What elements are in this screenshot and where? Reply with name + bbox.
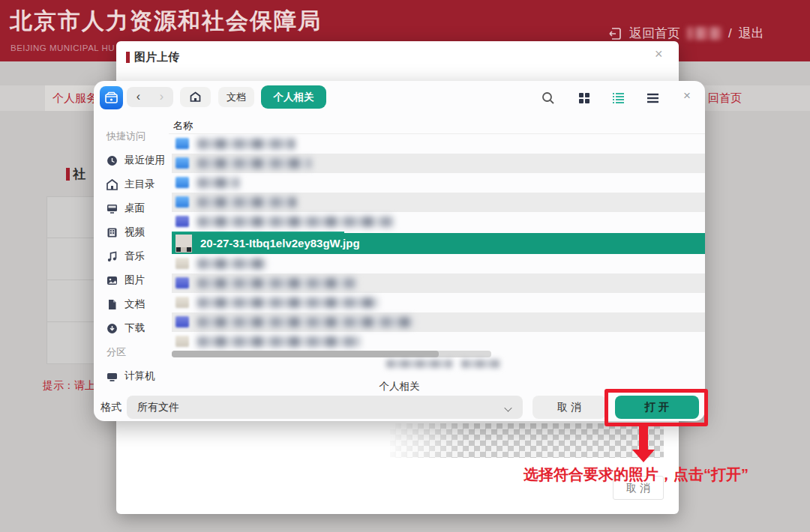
file-row-blurred[interactable] bbox=[172, 312, 705, 332]
return-home-link[interactable]: 返回首页 bbox=[629, 25, 680, 42]
file-icon bbox=[176, 336, 189, 347]
highlight-rectangle bbox=[604, 389, 708, 426]
file-manager-app-icon bbox=[100, 86, 123, 109]
sidebar-item-desktop[interactable]: 桌面 bbox=[106, 196, 171, 220]
blurred-text bbox=[461, 360, 500, 368]
file-icon bbox=[176, 316, 189, 327]
film-icon bbox=[106, 227, 118, 238]
format-select[interactable]: 所有文件 bbox=[127, 396, 523, 419]
file-row-selected[interactable]: 20-27-31-Itbq1elv2ey83gW.jpg bbox=[172, 233, 705, 254]
forward-button[interactable]: › bbox=[150, 87, 173, 107]
file-row-blurred[interactable] bbox=[172, 173, 705, 193]
search-icon[interactable] bbox=[541, 91, 556, 106]
compact-view-icon[interactable] bbox=[646, 92, 659, 104]
sidebar-item-recent[interactable]: 最近使用 bbox=[106, 148, 171, 172]
file-row-blurred[interactable] bbox=[172, 254, 705, 273]
image-icon bbox=[106, 275, 118, 286]
annotation-text: 选择符合要求的照片，点击“打开” bbox=[524, 465, 748, 485]
column-header-name[interactable]: 名称 bbox=[173, 119, 193, 133]
clock-icon bbox=[106, 155, 118, 166]
arrow-annotation bbox=[639, 426, 648, 450]
sidebar-item-downloads[interactable]: 下载 bbox=[106, 316, 171, 340]
sidebar-item-documents[interactable]: 文档 bbox=[106, 292, 171, 316]
close-icon[interactable]: × bbox=[655, 46, 663, 62]
grid-view-icon[interactable] bbox=[578, 92, 590, 104]
picker-sidebar: 快捷访问 最近使用 主目录 桌面 视频 音乐 bbox=[106, 124, 171, 388]
sidebar-item-videos[interactable]: 视频 bbox=[106, 220, 171, 244]
section-accent-bar bbox=[66, 168, 70, 181]
file-row-blurred[interactable] bbox=[172, 193, 705, 212]
file-row-blurred[interactable] bbox=[172, 293, 705, 312]
close-icon[interactable]: × bbox=[683, 88, 691, 103]
format-label: 格式 bbox=[100, 401, 122, 414]
file-row-blurred[interactable] bbox=[172, 134, 705, 154]
folder-icon bbox=[176, 177, 189, 188]
list-view-icon[interactable] bbox=[612, 92, 625, 104]
site-title: 北京市人力资源和社会保障局 bbox=[10, 6, 322, 37]
chevron-down-icon bbox=[505, 405, 512, 412]
breadcrumb-current-folder[interactable]: 个人相关 bbox=[261, 85, 326, 109]
home-button[interactable] bbox=[180, 87, 211, 107]
photo-thumbnail bbox=[176, 235, 192, 253]
music-note-icon bbox=[106, 251, 118, 262]
logout-link[interactable]: 退出 bbox=[739, 25, 764, 42]
home-icon bbox=[106, 179, 118, 190]
file-picker-dialog: ‹ › 文档 个人相关 × 名称 快捷访问 最近使用 bbox=[94, 81, 705, 421]
folder-icon bbox=[176, 138, 189, 149]
page-hint-text: 提示：请上 bbox=[43, 379, 95, 393]
page-section-title: 社 bbox=[66, 166, 86, 183]
nav-buttons: ‹ › bbox=[127, 87, 173, 107]
file-row-blurred[interactable] bbox=[172, 154, 705, 173]
sidebar-item-music[interactable]: 音乐 bbox=[106, 244, 171, 268]
desktop-icon bbox=[106, 203, 118, 214]
modal-accent-bar bbox=[126, 52, 130, 63]
sidebar-section-quick-access: 快捷访问 bbox=[106, 124, 171, 148]
document-icon bbox=[106, 299, 118, 310]
picker-cancel-button[interactable]: 取 消 bbox=[532, 396, 606, 419]
sidebar-section-partitions: 分区 bbox=[106, 340, 171, 364]
file-icon bbox=[176, 216, 189, 227]
file-row-blurred[interactable] bbox=[172, 273, 705, 293]
sidebar-item-pictures[interactable]: 图片 bbox=[106, 268, 171, 292]
separator: / bbox=[728, 26, 732, 41]
download-icon bbox=[106, 323, 118, 334]
file-icon bbox=[176, 277, 189, 288]
blurred-text bbox=[386, 360, 452, 368]
folder-icon bbox=[176, 157, 189, 169]
breadcrumb-documents[interactable]: 文档 bbox=[218, 87, 254, 107]
file-row-blurred[interactable] bbox=[172, 212, 705, 232]
arrow-head bbox=[632, 450, 655, 462]
back-button[interactable]: ‹ bbox=[127, 87, 150, 107]
home-page-link[interactable]: 回首页 bbox=[708, 85, 742, 111]
file-icon bbox=[176, 297, 189, 308]
username-blurred bbox=[687, 27, 722, 40]
folder-icon bbox=[176, 196, 189, 208]
file-icon bbox=[176, 258, 189, 269]
transparency-checker bbox=[390, 423, 664, 458]
site-subtitle: BEIJING MUNICIPAL HU bbox=[10, 43, 115, 52]
file-row-blurred[interactable] bbox=[172, 332, 705, 351]
home-icon bbox=[190, 91, 201, 103]
sidebar-item-home[interactable]: 主目录 bbox=[106, 172, 171, 196]
return-home-icon[interactable] bbox=[608, 26, 622, 41]
horizontal-scrollbar-thumb[interactable] bbox=[172, 351, 439, 357]
file-list: 20-27-31-Itbq1elv2ey83gW.jpg bbox=[172, 134, 705, 353]
selected-file-name: 20-27-31-Itbq1elv2ey83gW.jpg bbox=[200, 233, 360, 254]
modal-title: 图片上传 bbox=[134, 50, 179, 64]
